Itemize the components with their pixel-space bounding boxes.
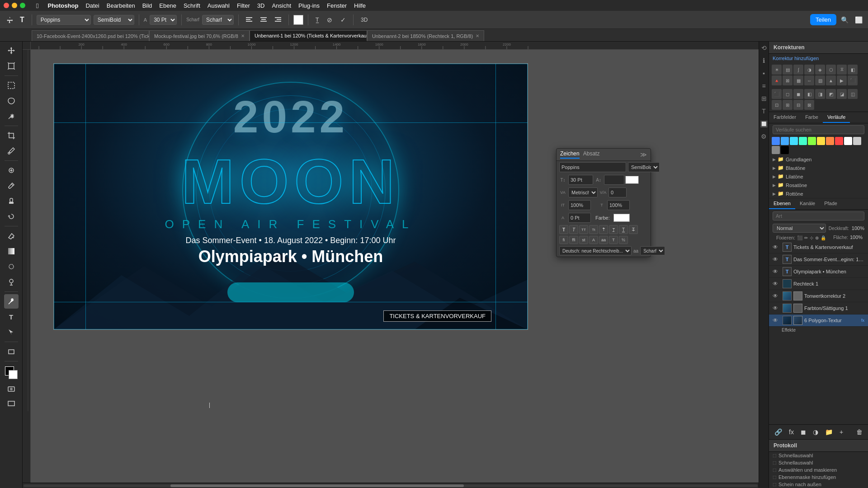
menu-bild[interactable]: Bild — [142, 2, 152, 9]
ordinal-btn[interactable]: st — [579, 236, 588, 244]
text-tool[interactable]: T — [4, 310, 19, 324]
zeichen-panel-expand-icon[interactable]: ≫ — [640, 151, 647, 158]
selective-color-icon[interactable]: ⬛ — [848, 75, 858, 85]
menu-ebene[interactable]: Ebene — [159, 2, 176, 9]
color-balance-icon[interactable]: ⧖ — [837, 65, 847, 75]
zeichen-kerning-select[interactable]: Metrisch — [568, 188, 598, 197]
verlauf-gruppe-rottoene[interactable]: ▶ 📁 Rottöne — [769, 189, 868, 198]
layer-visibility-eye[interactable]: 👁 — [773, 256, 779, 263]
move-tool-icon[interactable] — [4, 15, 15, 25]
marquee-tool[interactable] — [4, 78, 19, 93]
font-weight-select[interactable]: SemiBold — [94, 15, 134, 25]
panel-icon-3[interactable]: ⊞ — [760, 94, 768, 103]
zeichen-scale-v-input[interactable] — [607, 200, 630, 210]
threshold-icon[interactable]: ▲ — [826, 75, 836, 85]
protokoll-item-4[interactable]: ⬚ Ebenenmaske hinzufügen — [769, 474, 868, 481]
text-color-box[interactable] — [293, 15, 303, 25]
ligature-fi-btn[interactable]: fi — [559, 236, 568, 244]
align-right-button[interactable] — [272, 15, 284, 24]
arrange-button[interactable]: ⬜ — [853, 14, 864, 25]
align-left-button[interactable] — [243, 15, 255, 24]
style-bold-btn[interactable]: T — [559, 225, 568, 234]
swatch-gray[interactable] — [772, 146, 780, 154]
corr-icon-1[interactable]: ⬛ — [772, 89, 782, 99]
swatch-cyan[interactable] — [790, 137, 798, 145]
tab-mockup[interactable]: Mockup-festival.jpg bei 70,6% (RGB/8 ✕ — [149, 30, 250, 41]
app-name[interactable]: Photoshop — [47, 2, 78, 9]
protokoll-item-1[interactable]: ⬚ Schnellauswahl — [769, 452, 868, 459]
layer-effekte-subitem[interactable]: Effekte — [769, 327, 868, 333]
layer-mask-btn[interactable]: ◼ — [798, 427, 809, 437]
stamp-tool[interactable] — [4, 194, 19, 208]
font-size-select[interactable]: 30 Pt — [150, 15, 177, 25]
tab-kanaele[interactable]: Kanäle — [795, 198, 820, 209]
pen-tool[interactable] — [4, 294, 19, 309]
style-italic-btn[interactable]: T — [569, 225, 578, 234]
minimize-button[interactable] — [12, 3, 17, 8]
swatch-lightgray[interactable] — [853, 137, 861, 145]
tab-unbenannt1[interactable]: Unbenannt-1 bei 120% (Tickets & Kartenvo… — [250, 30, 367, 41]
verlaeufe-search-input[interactable] — [773, 125, 864, 134]
antialias-select[interactable]: Scharf — [202, 15, 234, 25]
close-button[interactable] — [4, 3, 9, 8]
lock-position-icon[interactable]: ⊕ — [815, 235, 819, 240]
menu-3d[interactable]: 3D — [257, 2, 265, 9]
corr-icon-12[interactable]: ⊠ — [804, 100, 814, 110]
color-lookup-icon[interactable]: ▦ — [793, 75, 803, 85]
fullscreen-button[interactable] — [20, 3, 25, 8]
lock-transparent-icon[interactable]: ⬛ — [797, 235, 802, 240]
crop-tool[interactable] — [4, 128, 19, 143]
alternate-btn[interactable]: A — [589, 236, 598, 244]
layer-visibility-eye[interactable]: 👁 — [773, 293, 779, 299]
verlauf-gruppe-blautoene[interactable]: ▶ 📁 Blautöne — [769, 164, 868, 172]
levels-icon[interactable]: ▤ — [783, 65, 793, 75]
panel-icon-6[interactable]: ⚙ — [760, 132, 768, 141]
tab-ebenen[interactable]: Ebenen — [769, 198, 795, 209]
info-icon[interactable]: ℹ — [762, 56, 766, 65]
korrektur-hinzufuegen[interactable]: Korrektur hinzufügen — [769, 54, 868, 63]
verlauf-gruppe-rosantoene[interactable]: ▶ 📁 Rosatöne — [769, 181, 868, 189]
tab-facebook-event[interactable]: 10-Facebook-Event-2400x1260.psd bei 120%… — [32, 30, 149, 41]
zeichen-size-input[interactable] — [568, 175, 593, 185]
corr-icon-9[interactable]: ⊡ — [772, 100, 782, 110]
tab-verlaeufe[interactable]: Verläufe — [823, 112, 850, 123]
brightness-contrast-icon[interactable]: ☀ — [772, 65, 782, 75]
zeichen-tab-absatz[interactable]: Absatz — [583, 150, 600, 159]
corr-icon-8[interactable]: ◫ — [848, 89, 858, 99]
menu-auswahl[interactable]: Auswahl — [208, 2, 230, 9]
eyedropper-tool[interactable] — [4, 144, 19, 158]
lock-image-icon[interactable]: ✏ — [804, 235, 808, 240]
ligature-ffi-btn[interactable]: ffi — [569, 236, 578, 244]
zeichen-language-select[interactable]: Deutsch: neue Rechtschreib... — [559, 246, 632, 255]
artboard-tool[interactable] — [4, 59, 19, 73]
fraction-btn[interactable]: T — [609, 236, 618, 244]
lock-all-icon[interactable]: 🔒 — [821, 235, 826, 240]
style-strikethrough-btn[interactable]: T — [629, 225, 638, 234]
zeichen-aa-select[interactable]: Scharf — [640, 246, 665, 255]
search-button[interactable]: 🔍 — [839, 14, 850, 25]
opacity-value[interactable]: 100% — [852, 225, 864, 231]
corr-icon-7[interactable]: ◪ — [837, 89, 847, 99]
eraser-tool[interactable] — [4, 229, 19, 243]
swatch-white[interactable] — [844, 137, 852, 145]
font-name-select[interactable]: Poppins — [37, 15, 91, 25]
healing-brush-tool[interactable] — [4, 163, 19, 178]
zeichen-font-weight-select[interactable]: SemiBold — [628, 162, 660, 172]
bw-icon[interactable]: ◧ — [848, 65, 858, 75]
tab-farbe[interactable]: Farbe — [801, 112, 823, 123]
menu-ansicht[interactable]: Ansicht — [272, 2, 291, 9]
foreground-background-colors[interactable] — [4, 366, 19, 380]
menu-plugins[interactable]: Plug-ins — [298, 2, 320, 9]
swatch-green[interactable] — [808, 137, 816, 145]
layer-visibility-eye[interactable]: 👁 — [773, 244, 779, 250]
style-small-btn[interactable]: Tt — [589, 225, 598, 234]
scrollbar-track[interactable] — [24, 484, 758, 487]
alternate-aa-btn[interactable]: aa — [599, 236, 608, 244]
panel-icon-5[interactable]: 🔲 — [759, 119, 769, 128]
path-selection-tool[interactable] — [4, 325, 19, 339]
layer-tickets[interactable]: 👁 T Tickets & Kartenvorverkauf — [769, 241, 868, 253]
menu-hilfe[interactable]: Hilfe — [354, 2, 366, 9]
layer-style-btn[interactable]: fx — [786, 427, 797, 437]
background-color[interactable] — [9, 370, 18, 379]
tab-close-icon[interactable]: ✕ — [241, 33, 245, 38]
